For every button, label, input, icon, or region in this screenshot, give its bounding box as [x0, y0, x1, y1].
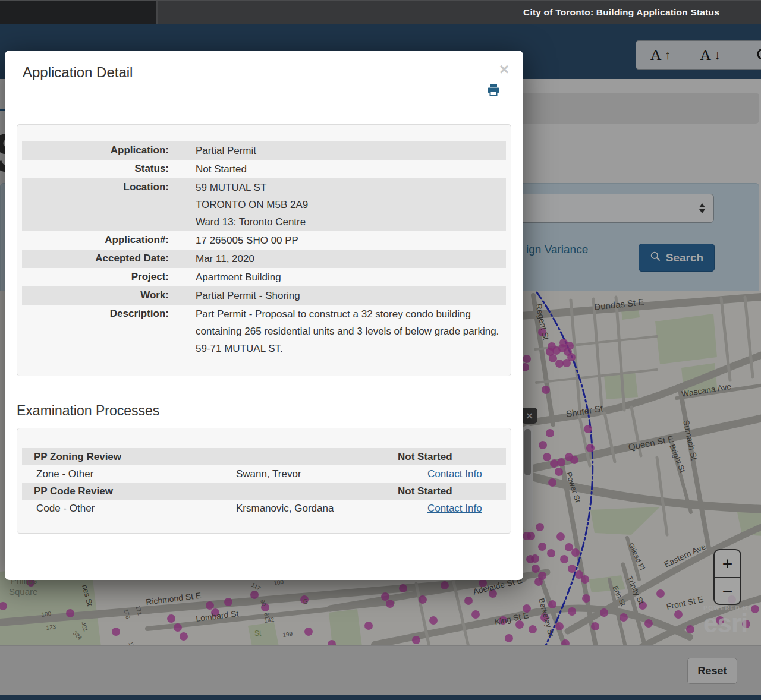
modal-title: Application Detail: [23, 64, 505, 81]
application-detail-table: Application:Partial PermitStatus:Not Sta…: [17, 124, 511, 376]
detail-value: 17 265005 SHO 00 PP: [169, 232, 506, 249]
browser-titlebar: City of Toronto: Building Application St…: [0, 0, 761, 24]
modal-header: Application Detail ×: [5, 51, 523, 109]
examination-processes-heading: Examination Processes: [17, 403, 523, 419]
contact-info-link[interactable]: Contact Info: [427, 468, 482, 480]
detail-label: Work:: [22, 287, 169, 304]
process-item-link-cell: Contact Info: [398, 466, 506, 482]
detail-label: Status:: [22, 160, 169, 178]
print-button[interactable]: [486, 83, 501, 100]
detail-row: Location:59 MUTUAL STTORONTO ON M5B 2A9W…: [22, 178, 506, 231]
detail-row: Project:Apartment Building: [22, 268, 506, 286]
detail-value: Part Permit - Proposal to construct a 32…: [169, 305, 506, 357]
detail-label: Location:: [22, 179, 169, 231]
detail-label: Application:: [22, 142, 169, 159]
contact-info-link[interactable]: Contact Info: [427, 503, 482, 514]
detail-label: Application#:: [22, 232, 169, 249]
process-section-row: PP Code ReviewNot Started: [22, 483, 506, 500]
application-detail-modal: Application Detail × Application:Partial…: [5, 51, 523, 580]
browser-title: City of Toronto: Building Application St…: [523, 1, 719, 24]
detail-value: Mar 11, 2020: [169, 250, 506, 267]
detail-value: 59 MUTUAL STTORONTO ON M5B 2A9Ward 13: T…: [169, 179, 506, 231]
process-item-row: Code - OtherKrsmanovic, GordanaContact I…: [22, 500, 506, 517]
detail-label: Project:: [22, 269, 169, 286]
page-root: S A ↑ A ↓ ign Variance Search: [0, 0, 761, 700]
detail-value: Not Started: [169, 160, 506, 178]
detail-value: Apartment Building: [169, 269, 506, 286]
detail-label: Description:: [22, 305, 169, 357]
detail-label: Accepted Date:: [22, 250, 169, 267]
printer-icon: [486, 89, 501, 99]
browser-tab[interactable]: [0, 1, 158, 24]
process-item-type: Zone - Other: [34, 466, 236, 482]
process-item-type: Code - Other: [34, 500, 236, 516]
process-name: PP Zoning Review: [34, 449, 398, 465]
detail-row: Application:Partial Permit: [22, 141, 506, 160]
process-item-person: Krsmanovic, Gordana: [236, 500, 398, 516]
process-item-row: Zone - OtherSwann, TrevorContact Info: [22, 465, 506, 483]
detail-value: Partial Permit: [169, 142, 506, 159]
examination-processes-table: PP Zoning ReviewNot StartedZone - OtherS…: [17, 428, 511, 534]
detail-row: Application#:17 265005 SHO 00 PP: [22, 231, 506, 250]
detail-row: Description:Part Permit - Proposal to co…: [22, 305, 506, 358]
detail-row: Work:Partial Permit - Shoring: [22, 286, 506, 305]
detail-row: Status:Not Started: [22, 160, 506, 178]
process-status: Not Started: [398, 449, 506, 465]
process-item-person: Swann, Trevor: [236, 466, 398, 482]
close-icon[interactable]: ×: [496, 60, 512, 79]
process-section-row: PP Zoning ReviewNot Started: [22, 448, 506, 465]
process-name: PP Code Review: [34, 483, 398, 499]
process-item-link-cell: Contact Info: [398, 500, 506, 516]
process-status: Not Started: [398, 483, 506, 499]
detail-row: Accepted Date:Mar 11, 2020: [22, 250, 506, 268]
detail-value: Partial Permit - Shoring: [169, 287, 506, 304]
